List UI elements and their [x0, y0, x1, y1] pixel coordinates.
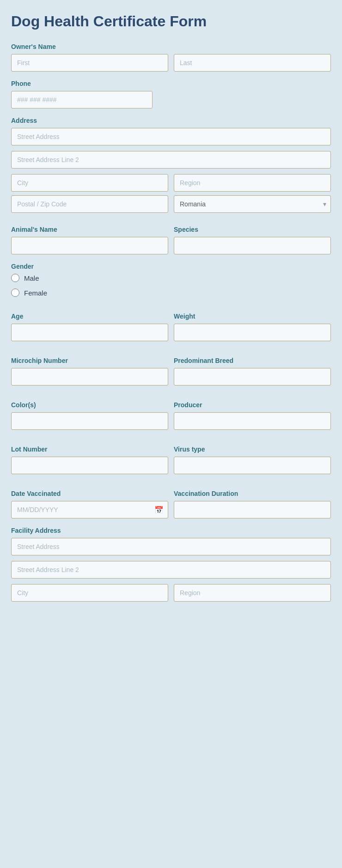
species-input[interactable] — [174, 237, 331, 254]
gender-male-radio[interactable] — [11, 274, 19, 282]
colors-producer-section: Color(s) Producer — [11, 393, 331, 430]
virus-input[interactable] — [174, 457, 331, 474]
facility-street2-input[interactable] — [11, 561, 331, 579]
microchip-section: Microchip Number — [11, 349, 168, 386]
date-wrapper: 📅 — [11, 501, 168, 518]
animal-name-input[interactable] — [11, 237, 168, 254]
first-name-field — [11, 54, 168, 72]
weight-label: Weight — [174, 313, 331, 320]
phone-label: Phone — [11, 80, 331, 87]
weight-input[interactable] — [174, 324, 331, 341]
breed-section: Predominant Breed — [174, 349, 331, 386]
microchip-input[interactable] — [11, 368, 168, 386]
microchip-breed-section: Microchip Number Predominant Breed — [11, 349, 331, 386]
age-section: Age — [11, 304, 168, 341]
vaccination-section: Date Vaccinated 📅 Vaccination Duration — [11, 482, 331, 518]
lot-input[interactable] — [11, 457, 168, 474]
phone-section: Phone — [11, 80, 331, 108]
facility-address-section: Facility Address — [11, 527, 331, 602]
street-address2-input[interactable] — [11, 151, 331, 169]
last-name-field — [174, 54, 331, 72]
page-title: Dog Health Certificate Form — [11, 13, 331, 30]
age-label: Age — [11, 313, 168, 320]
facility-region-input[interactable] — [174, 584, 331, 602]
producer-label: Producer — [174, 401, 331, 409]
weight-section: Weight — [174, 304, 331, 341]
animal-section: Animal's Name Species — [11, 217, 331, 254]
owner-name-section: Owner's Name — [11, 43, 331, 72]
colors-section: Color(s) — [11, 393, 168, 430]
phone-input[interactable] — [11, 91, 153, 108]
animal-name-label: Animal's Name — [11, 226, 168, 233]
facility-street-input[interactable] — [11, 538, 331, 555]
gender-male-label: Male — [24, 274, 39, 282]
postal-input[interactable] — [11, 195, 168, 213]
lot-section: Lot Number — [11, 437, 168, 474]
colors-label: Color(s) — [11, 401, 168, 409]
gender-label: Gender — [11, 263, 331, 270]
facility-city-field — [11, 584, 168, 602]
gender-male-option[interactable]: Male — [11, 274, 331, 282]
region-field — [174, 174, 331, 192]
animal-name-section: Animal's Name — [11, 217, 168, 254]
address-label: Address — [11, 117, 331, 124]
lot-label: Lot Number — [11, 446, 168, 453]
country-field: Romania — [174, 195, 331, 213]
facility-city-input[interactable] — [11, 584, 168, 602]
country-select[interactable]: Romania — [174, 195, 331, 213]
age-weight-section: Age Weight — [11, 304, 331, 341]
vaccination-duration-label: Vaccination Duration — [174, 490, 331, 497]
gender-radio-group: Male Female — [11, 274, 331, 297]
producer-section: Producer — [174, 393, 331, 430]
city-input[interactable] — [11, 174, 168, 192]
facility-region-field — [174, 584, 331, 602]
breed-input[interactable] — [174, 368, 331, 386]
species-label: Species — [174, 226, 331, 233]
gender-female-label: Female — [24, 289, 47, 297]
virus-section: Virus type — [174, 437, 331, 474]
producer-input[interactable] — [174, 412, 331, 430]
species-section: Species — [174, 217, 331, 254]
virus-label: Virus type — [174, 446, 331, 453]
gender-female-radio[interactable] — [11, 289, 19, 297]
address-section: Address Romania — [11, 117, 331, 213]
postal-field — [11, 195, 168, 213]
vaccination-duration-section: Vaccination Duration — [174, 482, 331, 518]
gender-section: Gender Male Female — [11, 263, 331, 297]
breed-label: Predominant Breed — [174, 357, 331, 364]
phone-field — [11, 91, 153, 108]
microchip-label: Microchip Number — [11, 357, 168, 364]
colors-input[interactable] — [11, 412, 168, 430]
owner-name-label: Owner's Name — [11, 43, 331, 50]
gender-female-option[interactable]: Female — [11, 289, 331, 297]
facility-address-label: Facility Address — [11, 527, 331, 534]
vaccination-duration-input[interactable] — [174, 501, 331, 518]
date-vaccinated-label: Date Vaccinated — [11, 490, 168, 497]
street-address-input[interactable] — [11, 128, 331, 145]
date-vaccinated-input[interactable] — [11, 501, 168, 518]
age-input[interactable] — [11, 324, 168, 341]
first-name-input[interactable] — [11, 54, 168, 72]
region-input[interactable] — [174, 174, 331, 192]
city-field — [11, 174, 168, 192]
last-name-input[interactable] — [174, 54, 331, 72]
lot-virus-section: Lot Number Virus type — [11, 437, 331, 474]
date-vaccinated-section: Date Vaccinated 📅 — [11, 482, 168, 518]
